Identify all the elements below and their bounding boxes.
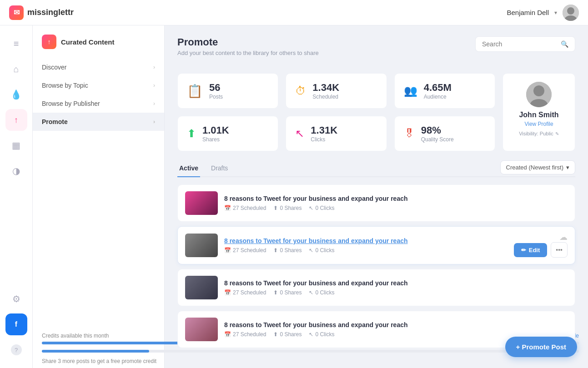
content-info: 8 reasons to Tweet for your business and… [224, 279, 568, 296]
svg-point-1 [567, 7, 574, 15]
shares-meta-icon: ⬆ [273, 289, 278, 296]
stats-grid: 📋 56 Posts ⏱ 1.34K Scheduled 👥 [177, 73, 495, 151]
sidebar-item-drop[interactable]: 💧 [5, 84, 27, 105]
menu-icon: ≡ [14, 39, 19, 49]
profile-view-link[interactable]: View Profile [524, 121, 553, 127]
panel-title: Curated Content [61, 38, 115, 46]
divider [177, 65, 575, 66]
avatar[interactable] [563, 5, 579, 21]
search-input[interactable] [482, 40, 557, 48]
meta-scheduled: 📅 27 Scheduled [224, 331, 266, 338]
content-info: 8 reasons to Tweet for your business and… [224, 195, 568, 211]
page-title: Promote [177, 36, 319, 48]
content-title: 8 reasons to Tweet for your business and… [224, 279, 568, 287]
sidebar-item-menu[interactable]: ≡ [5, 33, 27, 55]
audience-icon: 👥 [404, 85, 417, 97]
sidebar-item-help[interactable]: ? [5, 339, 27, 361]
shares-meta-icon: ⬆ [273, 331, 278, 338]
panel-header: ↑ Curated Content [33, 35, 164, 58]
panel-icon: ↑ [42, 35, 56, 49]
meta-shares: ⬆ 0 Shares [273, 247, 302, 254]
nav-item-browse-topic[interactable]: Browse by Topic › [33, 76, 164, 94]
sort-dropdown[interactable]: Created (Newest first) ▾ [500, 160, 575, 174]
meta-clicks: ↖ 0 Clicks [309, 205, 334, 211]
content-meta: 📅 27 Scheduled ⬆ 0 Shares ↖ 0 Clicks [224, 289, 568, 296]
meta-scheduled: 📅 27 Scheduled [224, 247, 266, 254]
content-item: 8 reasons to Tweet for your business and… [177, 184, 575, 222]
sidebar-item-curated[interactable]: ↑ [5, 109, 27, 131]
tab-active[interactable]: Active [177, 161, 200, 177]
stats-section: 📋 56 Posts ⏱ 1.34K Scheduled 👥 [177, 73, 575, 151]
content-info: 8 reasons to Tweet for your business and… [224, 321, 568, 338]
user-dropdown-chevron[interactable]: ▾ [554, 10, 557, 16]
content-title[interactable]: 8 reasons to Tweet for your business and… [224, 237, 508, 244]
stat-quality-value: 98% [421, 124, 454, 136]
content-thumb [185, 191, 218, 215]
content-item: 8 reasons to Tweet for your business and… [177, 269, 575, 306]
scheduled-meta-icon: 📅 [224, 331, 231, 338]
meta-shares: ⬆ 0 Shares [273, 331, 302, 338]
visibility-edit-icon[interactable]: ✎ [555, 131, 559, 136]
posts-icon: 📋 [187, 84, 203, 99]
content-title: 8 reasons to Tweet for your business and… [224, 195, 568, 202]
meta-shares: ⬆ 0 Shares [273, 205, 302, 211]
calendar-icon: ▦ [12, 140, 20, 151]
stat-shares: ⬆ 1.01K Shares [177, 116, 278, 151]
nav-chevron-promote: › [153, 119, 155, 125]
stat-scheduled-value: 1.34K [312, 82, 339, 94]
topnav-right: Benjamin Dell ▾ [507, 5, 579, 21]
main-content: Promote Add your best content to the lib… [165, 25, 588, 368]
nav-chevron-discover: › [153, 64, 155, 70]
sidebar-item-analytics[interactable]: ◑ [5, 160, 27, 182]
content-item: 8 reasons to Tweet for your business and… [177, 226, 575, 264]
meta-clicks: ↖ 0 Clicks [309, 289, 334, 296]
scheduled-icon: ⏱ [295, 85, 306, 97]
more-dots-icon: ••• [556, 246, 563, 254]
stat-clicks: ↖ 1.31K Clicks [286, 116, 387, 151]
stat-shares-label: Shares [202, 136, 229, 143]
tabs: Active Drafts Created (Newest first) ▾ [177, 160, 575, 177]
nav-chevron-browse-topic: › [153, 82, 155, 89]
meta-scheduled: 📅 27 Scheduled [224, 289, 266, 296]
sidebar-item-facebook[interactable]: f [5, 313, 27, 335]
nav-item-discover[interactable]: Discover › [33, 58, 164, 76]
sidebar-item-calendar[interactable]: ▦ [5, 134, 27, 156]
clicks-meta-icon: ↖ [309, 331, 313, 338]
stat-clicks-value: 1.31K [311, 124, 337, 136]
content-wrapper: ↑ Curated Content Discover › Browse by T… [33, 25, 588, 368]
sort-arrow-icon: ▾ [566, 164, 569, 171]
left-panel: ↑ Curated Content Discover › Browse by T… [33, 25, 165, 368]
clicks-icon: ↖ [295, 127, 304, 140]
stat-clicks-label: Clicks [311, 136, 337, 143]
nav-item-browse-publisher[interactable]: Browse by Publisher › [33, 94, 164, 113]
shares-icon: ⬆ [187, 127, 196, 140]
tab-drafts[interactable]: Drafts [209, 161, 230, 177]
clicks-meta-icon: ↖ [309, 289, 313, 296]
sidebar-item-settings[interactable]: ⚙ [5, 288, 27, 310]
stat-posts: 📋 56 Posts [177, 73, 278, 109]
content-thumb [185, 318, 218, 341]
tab-group: Active Drafts [177, 161, 230, 176]
home-icon: ⌂ [13, 64, 19, 75]
edit-button[interactable]: ✏ Edit [514, 243, 548, 257]
quality-icon: 🎖 [404, 127, 415, 140]
stat-audience-label: Audience [424, 94, 452, 100]
stat-quality: 🎖 98% Quality Score [394, 116, 495, 151]
content-thumb [185, 276, 218, 299]
logo-icon: ✉ [9, 5, 24, 20]
content-actions: ✏ Edit ••• [514, 242, 568, 258]
promote-post-button[interactable]: + Promote Post [505, 337, 577, 357]
content-meta: 📅 27 Scheduled ⬆ 0 Shares ↖ 0 Clicks [224, 247, 508, 254]
topnav: ✉ missinglettr Benjamin Dell ▾ [0, 0, 588, 25]
stat-posts-label: Posts [209, 94, 223, 100]
edit-pencil-icon: ✏ [521, 247, 526, 254]
cloud-icon: ☁ [559, 232, 568, 242]
user-name: Benjamin Dell [507, 9, 549, 16]
nav-item-promote[interactable]: Promote › [33, 113, 164, 131]
nav-label-promote: Promote [42, 118, 68, 125]
svg-point-4 [533, 85, 544, 96]
stat-scheduled: ⏱ 1.34K Scheduled [286, 73, 387, 109]
sidebar-item-home[interactable]: ⌂ [5, 58, 27, 80]
more-button[interactable]: ••• [551, 242, 568, 258]
profile-name: John Smith [519, 111, 558, 119]
